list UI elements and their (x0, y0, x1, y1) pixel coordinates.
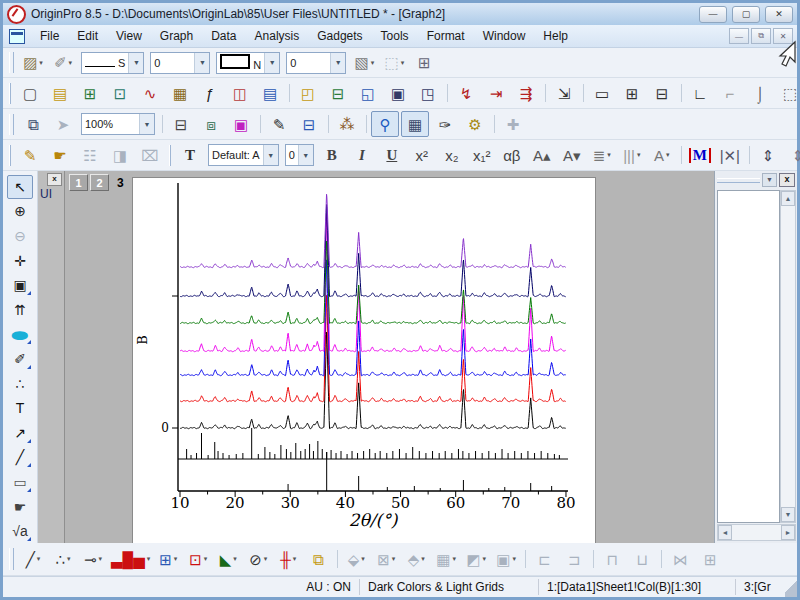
toolbar-grip[interactable] (9, 52, 14, 72)
font-decrease-button[interactable]: A▾▾ (558, 142, 586, 168)
new-excel-button[interactable]: ⊡▾ (106, 80, 134, 106)
panel-close-icon[interactable]: x (779, 173, 795, 187)
project-explorer-button[interactable]: ⁂▾ (333, 111, 361, 137)
merge-cells-button[interactable]: ⊞▾ (410, 50, 438, 76)
no-balloon-button[interactable]: ⌧▾ (136, 142, 164, 168)
graph-page[interactable]: 102030405060708002θ/(°)B (132, 177, 596, 543)
align-bottom-button[interactable]: ⊔▾ (628, 546, 656, 572)
font-size-combo[interactable]: 0 ▼ (285, 144, 314, 166)
line-width-combo[interactable]: 0 ▼ (150, 52, 210, 74)
menu-data[interactable]: Data (202, 27, 245, 45)
zoom-combo[interactable]: 100% ▼ (81, 113, 155, 135)
menu-view[interactable]: View (107, 27, 151, 45)
layer-button-2[interactable]: 2 (90, 174, 109, 191)
font-size-dropdown-icon[interactable]: ▼ (298, 145, 313, 165)
border-style-dropdown-icon[interactable]: ▼ (264, 53, 279, 73)
plot-3d-surface-button[interactable]: ⬘▾ (402, 546, 430, 572)
area-plot-button[interactable]: ◣▾ (214, 546, 242, 572)
open-button[interactable]: ◰▾ (294, 80, 322, 106)
multi-panel-plot-button[interactable]: ⊞▾ (154, 546, 182, 572)
scroll-left-icon[interactable]: ◄ (718, 525, 732, 540)
minimize-button[interactable]: — (699, 6, 727, 23)
open-template-button[interactable]: ◱▾ (354, 80, 382, 106)
italic-button[interactable]: I▾ (348, 142, 376, 168)
import-wizard-button[interactable]: ↯▾ (452, 80, 480, 106)
spacing-button[interactable]: |||▾ (618, 142, 646, 168)
zoom-in-tool[interactable]: ⊕ (7, 200, 33, 224)
line-color-button[interactable]: ✐▾ (49, 50, 77, 76)
distribute-h-button[interactable]: ⋈▾ (666, 546, 694, 572)
line-plot-button[interactable]: ╱▾ (19, 546, 47, 572)
border-width-combo[interactable]: 0 ▼ (286, 52, 346, 74)
font-color-button[interactable]: A▾ (648, 142, 676, 168)
box-chart-button[interactable]: ⊡▾ (184, 546, 212, 572)
print-button[interactable]: ⊟▾ (167, 111, 195, 137)
toolbar-grip[interactable] (9, 548, 14, 570)
rescale-axes-button[interactable]: ⇲▾ (550, 80, 578, 106)
menu-analysis[interactable]: Analysis (246, 27, 309, 45)
draw-data-tool[interactable]: ✐ (7, 347, 33, 371)
equation-tool[interactable]: √a (7, 519, 33, 543)
save-template-button[interactable]: ◳▾ (414, 80, 442, 106)
align-left-button[interactable]: ⊏▾ (530, 546, 558, 572)
line-tool[interactable]: ╱ (7, 446, 33, 470)
print-preview-button[interactable]: ⧈▾ (197, 111, 225, 137)
clear-marker-button[interactable]: |✕|▾ (716, 142, 744, 168)
contour-plot-button[interactable]: ◩▾ (462, 546, 490, 572)
pan-tool[interactable]: ☛ (7, 495, 33, 519)
menu-file[interactable]: File (31, 27, 68, 45)
zoom-dropdown-icon[interactable]: ▼ (139, 114, 154, 134)
pattern-button[interactable]: ▧▾ (350, 50, 378, 76)
line-symbol-plot-button[interactable]: ⊸▾ (79, 546, 107, 572)
align-right-button[interactable]: ⊐▾ (560, 546, 588, 572)
horizontal-scrollbar[interactable]: ◄ ► (717, 524, 796, 541)
edit-mode-button[interactable]: ✎▾ (16, 142, 44, 168)
menu-format[interactable]: Format (418, 27, 474, 45)
screen-reader-tool[interactable]: ✛ (7, 249, 33, 273)
layout-four-panel-button[interactable]: ⊞▾ (618, 80, 646, 106)
pointer-tool[interactable]: ↖ (7, 175, 33, 199)
active-layer-label[interactable]: 3 (117, 176, 124, 190)
edit-report-button[interactable]: ✑▾ (431, 111, 459, 137)
menu-edit[interactable]: Edit (68, 27, 107, 45)
object-list[interactable] (717, 190, 780, 523)
code-builder-button[interactable]: ⚙▾ (461, 111, 489, 137)
rectangle-tool[interactable]: ▭ (7, 470, 33, 494)
strip-close-icon[interactable]: x (47, 173, 62, 186)
new-folder-button[interactable]: ▤▾ (46, 80, 74, 106)
toolbar-grip[interactable] (9, 145, 11, 166)
new-matrix-button[interactable]: ▦▾ (166, 80, 194, 106)
align-top-button[interactable]: ⊓▾ (598, 546, 626, 572)
image-export-button[interactable]: ▣▾ (227, 111, 255, 137)
panel-dropdown-icon[interactable]: ▼ (762, 173, 777, 187)
data-reader-tool[interactable]: ∴ (7, 372, 33, 396)
toolbar-grip[interactable] (9, 114, 14, 135)
menu-tools[interactable]: Tools (372, 27, 418, 45)
font-combo[interactable]: Default: A ▼ (208, 144, 279, 166)
child-restore-button[interactable]: ⧉ (751, 28, 771, 44)
new-layout-button[interactable]: ◫▾ (226, 80, 254, 106)
regional-zoom-tool[interactable]: ▣ (7, 273, 33, 297)
plot-3d-ribbon-button[interactable]: ⊠▾ (372, 546, 400, 572)
menu-graph[interactable]: Graph (151, 27, 202, 45)
run-script-button[interactable]: ➤▾ (49, 111, 77, 137)
font-increase-button[interactable]: A▴▾ (528, 142, 556, 168)
distribute-v-button[interactable]: ⊞▾ (696, 546, 724, 572)
superscript-button[interactable]: x²▾ (408, 142, 436, 168)
new-project-button[interactable]: ▢▾ (16, 80, 44, 106)
edit-graph-button[interactable]: ✎▾ (265, 111, 293, 137)
view-datasheet-button[interactable]: ▦▾ (401, 111, 429, 137)
layer-button-1[interactable]: 1 (69, 174, 88, 191)
fill-color-button[interactable]: ▨▾ (19, 50, 47, 76)
subscript-button[interactable]: x₂▾ (438, 142, 466, 168)
axis-right-button[interactable]: ⌡▾ (746, 80, 774, 106)
vertical-scrollbar[interactable]: ▲ ▼ (780, 190, 796, 523)
line-style-combo[interactable]: S ▼ (81, 52, 144, 74)
set-marker-button[interactable]: M▾ (686, 142, 714, 168)
data-selector-tool[interactable]: ⇈ (7, 298, 33, 322)
panel-grip[interactable] (717, 178, 760, 183)
toolbar-grip[interactable] (169, 145, 171, 166)
new-function-button[interactable]: ƒ▾ (196, 80, 224, 106)
child-close-button[interactable]: ✕ (773, 28, 793, 44)
subsuperscript-button[interactable]: x₁²▾ (468, 142, 496, 168)
